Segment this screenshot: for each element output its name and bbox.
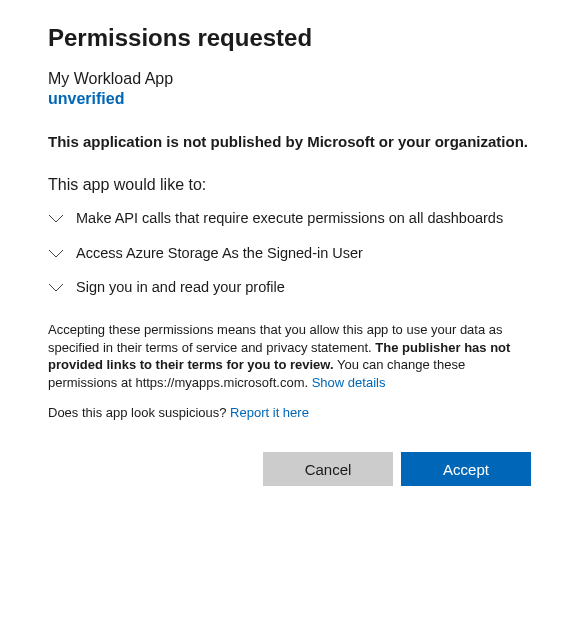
permission-item[interactable]: Sign you in and read your profile [48, 277, 531, 297]
chevron-down-icon [48, 211, 64, 227]
cancel-button[interactable]: Cancel [263, 452, 393, 486]
show-details-link[interactable]: Show details [312, 375, 386, 390]
disclosure-text: Accepting these permissions means that y… [48, 321, 531, 391]
page-title: Permissions requested [48, 24, 531, 52]
report-link[interactable]: Report it here [230, 405, 309, 420]
permissions-intro: This app would like to: [48, 176, 531, 194]
permission-item[interactable]: Make API calls that require execute perm… [48, 208, 531, 228]
verification-status-link[interactable]: unverified [48, 90, 531, 108]
suspicious-text: Does this app look suspicious? Report it… [48, 405, 531, 420]
accept-button[interactable]: Accept [401, 452, 531, 486]
chevron-down-icon [48, 246, 64, 262]
button-row: Cancel Accept [48, 452, 531, 486]
permission-label: Access Azure Storage As the Signed-in Us… [76, 243, 363, 263]
permissions-list: Make API calls that require execute perm… [48, 208, 531, 297]
permission-item[interactable]: Access Azure Storage As the Signed-in Us… [48, 243, 531, 263]
suspicious-label: Does this app look suspicious? [48, 405, 230, 420]
permission-label: Sign you in and read your profile [76, 277, 285, 297]
chevron-down-icon [48, 280, 64, 296]
app-name: My Workload App [48, 70, 531, 88]
permission-label: Make API calls that require execute perm… [76, 208, 503, 228]
publisher-warning: This application is not published by Mic… [48, 132, 531, 152]
